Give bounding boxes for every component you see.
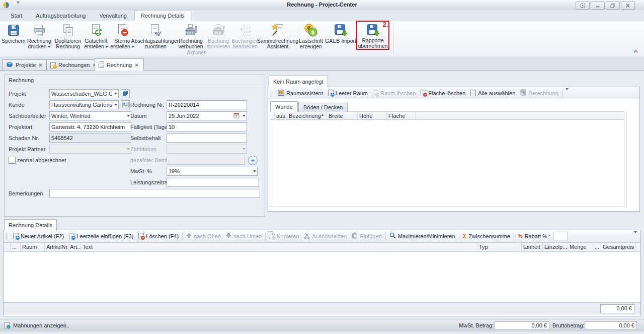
room-panel-tab[interactable]: Kein Raum angelegt [269, 76, 328, 87]
column-header-aus[interactable]: aus... [275, 112, 287, 119]
open-kunde-button[interactable] [121, 100, 130, 109]
rechnung-nr-input[interactable] [167, 100, 247, 109]
move-down-icon [226, 233, 231, 239]
ribbon-tab-verwaltung[interactable]: Verwaltung [94, 11, 133, 21]
fullscreen-button[interactable] [576, 2, 590, 10]
dropdown-caret-icon [127, 115, 130, 117]
clipboard-icon [352, 232, 358, 240]
neuer-artikel-button[interactable]: Neuer Artikel (F2) [11, 231, 66, 241]
ribbon-button-duplizieren-rechnung[interactable]: Duplizieren Rechnung [53, 21, 83, 50]
toolbar-overflow-icon[interactable] [564, 90, 571, 96]
toolbar-separator [514, 232, 514, 240]
zentral-abgerechnet-label: zentral abgerechnet [17, 156, 66, 165]
alle-auswaehlen-button[interactable]: Alle auswählen [468, 88, 518, 98]
details-panel-tab[interactable]: Rechnung Details [4, 219, 57, 231]
toolbar-overflow-icon[interactable] [632, 233, 639, 239]
ribbon-button-sammelrechnung-assistent[interactable]: Sammelrechnung Assistent [259, 21, 297, 50]
insert-blank-row-icon [69, 233, 74, 239]
open-projekt-button[interactable] [121, 89, 130, 98]
ribbon-group-label: Aktionen [1, 50, 392, 56]
column-header-artikelnr[interactable]: ArtikelNr. [45, 243, 68, 251]
ribbon-button-gutschrift-erstellen[interactable]: Gutschrift erstellen [83, 21, 110, 50]
flaeche-loeschen-button[interactable]: Fläche löschen [418, 88, 468, 98]
room-panel-tab-label: Kein Raum angelegt [273, 79, 324, 85]
maximieren-minimieren-button[interactable]: Maximieren/Minimieren [387, 231, 458, 241]
ribbon-button-lastschrift-erzeugen[interactable]: €$ Lastschrift erzeugen [297, 21, 325, 50]
svg-text:$: $ [311, 29, 314, 35]
kunde-combobox[interactable]: Hausverwaltung Gartenstraße [49, 100, 119, 109]
column-header-raum[interactable]: Raum [21, 243, 45, 251]
minimize-button[interactable] [591, 2, 605, 10]
percent-icon [518, 233, 523, 239]
column-header-typ[interactable]: Typ [477, 243, 522, 251]
column-header-art[interactable]: Art... [68, 243, 81, 251]
bemerkungen-input[interactable] [49, 189, 260, 198]
column-header-dots-left[interactable]: ... [11, 243, 21, 251]
column-header-flaeche[interactable]: Fläche [387, 112, 416, 119]
loeschen-button[interactable]: Löschen (F4) [136, 231, 181, 241]
column-header-menge[interactable]: Menge [568, 243, 593, 251]
dropdown-caret-icon [114, 93, 117, 95]
datum-label: Datum [130, 111, 146, 120]
faelligkeit-label: Fälligkeit (Tage) [130, 122, 170, 131]
ribbon-tab-auftragsbearbeitung[interactable]: Auftragsbearbeitung [30, 11, 92, 21]
ribbon-button-rechnung-drucken[interactable]: Rechnung drucken [25, 21, 53, 50]
rabatt-input[interactable] [553, 232, 568, 240]
leerzeile-einfuegen-button[interactable]: Leerzeile einfügen (F3) [66, 231, 136, 241]
close-button[interactable] [621, 2, 635, 10]
ribbon-button-rapporte-uebernehmen[interactable]: 2. Rapporte übernehmen [356, 21, 389, 50]
dropdown-caret-icon [127, 148, 130, 150]
waende-tab[interactable]: Wände [270, 101, 298, 112]
faelligkeit-input[interactable] [167, 122, 247, 131]
leistungszeitraum-input[interactable] [167, 178, 259, 187]
selbstbehalt-label: Selbstbehalt [130, 133, 161, 143]
projektort-input[interactable] [49, 122, 131, 131]
projekt-label: Projekt [9, 89, 26, 98]
leerer-raum-button[interactable]: Leerer Raum [326, 88, 370, 98]
ribbon-button-rechnung-verbuchen[interactable]: Rechnung verbuchen [176, 21, 205, 50]
doc-tab-projekte[interactable]: Projekte [2, 59, 51, 70]
column-header-einheit[interactable]: Einheit [522, 243, 543, 251]
toolbar-item-label: Fläche löschen [428, 90, 465, 96]
column-header-text[interactable]: Text [81, 243, 477, 251]
selbstbehalt-input[interactable] [167, 133, 247, 143]
close-tab-icon[interactable] [39, 62, 42, 68]
doc-tab-rechnung[interactable]: Rechnung [95, 58, 144, 71]
groupbox-title: Rechnung [5, 75, 265, 85]
mwst-combobox[interactable]: 19% [167, 167, 258, 176]
document-tab-bar: Projekte Rechnungen Rechnung [0, 56, 644, 71]
doc-tab-rechnungen[interactable]: Rechnungen [46, 59, 100, 70]
sachbearbeiter-combobox[interactable]: Winter, Winfried [49, 111, 131, 120]
column-header-bezeichnung[interactable]: Bezeichnung [287, 112, 327, 119]
ribbon-button-speichern[interactable]: Speichern [2, 21, 25, 50]
dropdown-caret-icon [114, 104, 117, 106]
column-header-einzelpreis[interactable]: Einzelp... [543, 243, 568, 251]
bruttobetrag-label: Bruttobetrag: [552, 322, 585, 328]
projekt-combobox[interactable]: Wasserschaden_WEG Garte... [49, 89, 119, 98]
ribbon-button-abschlagszahlungen-zuordnen[interactable]: % Abschlagszahlungen zuordnen [135, 21, 176, 50]
button-label: Sammelrechnung Assistent [257, 38, 298, 49]
dropdown-caret-icon [243, 148, 246, 150]
schaden-nr-input[interactable] [49, 133, 131, 143]
room-grid-body [270, 120, 624, 207]
zentral-abgerechnet-checkbox[interactable] [9, 157, 16, 164]
ribbon-tab-start[interactable]: Start [5, 11, 28, 21]
add-payment-icon[interactable]: + [248, 156, 258, 165]
close-tab-icon[interactable] [135, 62, 138, 68]
button-label: Buchungen bearbeiten [231, 38, 258, 49]
boeden-decken-tab[interactable]: Böden / Decken [298, 102, 348, 112]
button-label: Storno erstellen [110, 38, 130, 49]
ribbon-button-gaeb-import[interactable]: GAEB Import [325, 21, 356, 50]
collapse-ribbon-icon[interactable] [632, 48, 639, 54]
zwischensumme-button[interactable]: Zwischensumme [460, 231, 513, 241]
datum-datepicker[interactable]: 29.Jun.2022 [167, 111, 247, 120]
ribbon-tab-rechnung-details[interactable]: Rechnung Details [134, 10, 191, 21]
column-header-gesamtpreis[interactable]: Gesamtpreis [601, 243, 635, 251]
column-header-breite[interactable]: Breite [327, 112, 358, 119]
column-header-dots-right[interactable]: ... [593, 243, 601, 251]
zahldatum-label: Zahldatum [130, 145, 156, 154]
raumassistent-button[interactable]: Raumassistent [275, 88, 326, 98]
mahnungen-anzeigen-link[interactable]: Mahnungen anzeigen.. [13, 322, 69, 328]
column-header-hoehe[interactable]: Höhe [358, 112, 387, 119]
restore-button[interactable] [606, 2, 620, 10]
